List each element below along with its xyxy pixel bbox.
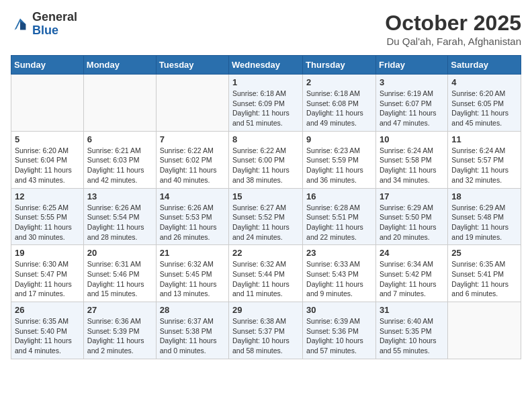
day-info: Sunrise: 6:39 AMSunset: 5:36 PMDaylight:… xyxy=(306,316,372,356)
calendar-cell: 2Sunrise: 6:18 AMSunset: 6:08 PMDaylight… xyxy=(303,75,376,132)
day-number: 12 xyxy=(15,191,80,201)
calendar-cell xyxy=(156,75,228,132)
calendar-cell: 1Sunrise: 6:18 AMSunset: 6:09 PMDaylight… xyxy=(229,75,303,132)
day-number: 1 xyxy=(232,77,299,87)
calendar-cell: 13Sunrise: 6:26 AMSunset: 5:54 PMDayligh… xyxy=(83,188,156,245)
day-info: Sunrise: 6:24 AMSunset: 5:57 PMDaylight:… xyxy=(451,146,517,185)
weekday-header: Tuesday xyxy=(156,56,228,75)
month-title: October 2025 xyxy=(385,11,521,36)
day-info: Sunrise: 6:18 AMSunset: 6:09 PMDaylight:… xyxy=(232,89,299,128)
logo-blue: Blue xyxy=(32,24,77,38)
day-number: 25 xyxy=(451,248,517,258)
day-number: 21 xyxy=(160,248,225,258)
day-number: 15 xyxy=(232,191,299,201)
calendar-cell: 12Sunrise: 6:25 AMSunset: 5:55 PMDayligh… xyxy=(11,188,84,245)
day-info: Sunrise: 6:33 AMSunset: 5:43 PMDaylight:… xyxy=(306,259,372,299)
calendar-cell: 16Sunrise: 6:28 AMSunset: 5:51 PMDayligh… xyxy=(303,188,376,245)
day-number: 2 xyxy=(306,77,372,87)
day-number: 9 xyxy=(306,134,372,144)
day-number: 30 xyxy=(306,305,372,315)
day-number: 13 xyxy=(87,191,152,201)
logo: General Blue xyxy=(11,11,77,38)
day-info: Sunrise: 6:38 AMSunset: 5:37 PMDaylight:… xyxy=(232,316,299,356)
calendar-cell: 26Sunrise: 6:35 AMSunset: 5:40 PMDayligh… xyxy=(11,302,84,359)
day-info: Sunrise: 6:22 AMSunset: 6:02 PMDaylight:… xyxy=(160,146,225,185)
logo-icon xyxy=(11,15,30,34)
day-number: 17 xyxy=(380,191,444,201)
day-number: 20 xyxy=(87,248,152,258)
weekday-header: Thursday xyxy=(303,56,376,75)
calendar-cell: 8Sunrise: 6:22 AMSunset: 6:00 PMDaylight… xyxy=(229,131,303,188)
calendar-cell xyxy=(448,302,521,359)
day-number: 19 xyxy=(15,248,80,258)
day-info: Sunrise: 6:29 AMSunset: 5:48 PMDaylight:… xyxy=(451,203,517,242)
calendar-cell: 18Sunrise: 6:29 AMSunset: 5:48 PMDayligh… xyxy=(448,188,521,245)
day-info: Sunrise: 6:35 AMSunset: 5:40 PMDaylight:… xyxy=(15,316,80,356)
calendar-cell: 21Sunrise: 6:32 AMSunset: 5:45 PMDayligh… xyxy=(156,245,228,302)
day-info: Sunrise: 6:19 AMSunset: 6:07 PMDaylight:… xyxy=(380,89,444,128)
calendar-cell: 9Sunrise: 6:23 AMSunset: 5:59 PMDaylight… xyxy=(303,131,376,188)
day-info: Sunrise: 6:31 AMSunset: 5:46 PMDaylight:… xyxy=(87,259,152,299)
day-info: Sunrise: 6:34 AMSunset: 5:42 PMDaylight:… xyxy=(380,259,444,299)
day-number: 23 xyxy=(306,248,372,258)
day-info: Sunrise: 6:29 AMSunset: 5:50 PMDaylight:… xyxy=(380,203,444,242)
day-number: 4 xyxy=(451,77,517,87)
calendar-cell: 31Sunrise: 6:40 AMSunset: 5:35 PMDayligh… xyxy=(375,302,447,359)
calendar-cell: 10Sunrise: 6:24 AMSunset: 5:58 PMDayligh… xyxy=(375,131,447,188)
day-info: Sunrise: 6:20 AMSunset: 6:04 PMDaylight:… xyxy=(15,146,80,185)
logo-general: General xyxy=(32,11,77,24)
calendar-cell: 24Sunrise: 6:34 AMSunset: 5:42 PMDayligh… xyxy=(375,245,447,302)
day-info: Sunrise: 6:30 AMSunset: 5:47 PMDaylight:… xyxy=(15,259,80,299)
calendar-cell: 3Sunrise: 6:19 AMSunset: 6:07 PMDaylight… xyxy=(375,75,447,132)
calendar-cell: 7Sunrise: 6:22 AMSunset: 6:02 PMDaylight… xyxy=(156,131,228,188)
day-number: 5 xyxy=(15,134,80,144)
weekday-header: Friday xyxy=(375,56,447,75)
day-number: 8 xyxy=(232,134,299,144)
day-info: Sunrise: 6:20 AMSunset: 6:05 PMDaylight:… xyxy=(451,89,517,128)
calendar-cell xyxy=(11,75,84,132)
calendar-cell: 6Sunrise: 6:21 AMSunset: 6:03 PMDaylight… xyxy=(83,131,156,188)
day-number: 7 xyxy=(160,134,225,144)
day-info: Sunrise: 6:28 AMSunset: 5:51 PMDaylight:… xyxy=(306,203,372,242)
day-number: 10 xyxy=(380,134,444,144)
calendar-week-row: 5Sunrise: 6:20 AMSunset: 6:04 PMDaylight… xyxy=(11,131,521,188)
day-number: 16 xyxy=(306,191,372,201)
day-number: 6 xyxy=(87,134,152,144)
calendar-cell xyxy=(83,75,156,132)
day-info: Sunrise: 6:24 AMSunset: 5:58 PMDaylight:… xyxy=(380,146,444,185)
day-number: 31 xyxy=(380,305,444,315)
day-info: Sunrise: 6:37 AMSunset: 5:38 PMDaylight:… xyxy=(160,316,225,356)
day-info: Sunrise: 6:18 AMSunset: 6:08 PMDaylight:… xyxy=(306,89,372,128)
day-info: Sunrise: 6:35 AMSunset: 5:41 PMDaylight:… xyxy=(451,259,517,299)
calendar-cell: 22Sunrise: 6:32 AMSunset: 5:44 PMDayligh… xyxy=(229,245,303,302)
day-info: Sunrise: 6:27 AMSunset: 5:52 PMDaylight:… xyxy=(232,203,299,242)
calendar-week-row: 12Sunrise: 6:25 AMSunset: 5:55 PMDayligh… xyxy=(11,188,521,245)
weekday-header: Wednesday xyxy=(229,56,303,75)
logo-text: General Blue xyxy=(32,11,77,38)
day-info: Sunrise: 6:32 AMSunset: 5:44 PMDaylight:… xyxy=(232,259,299,299)
day-number: 18 xyxy=(451,191,517,201)
weekday-header: Sunday xyxy=(11,56,84,75)
calendar-cell: 27Sunrise: 6:36 AMSunset: 5:39 PMDayligh… xyxy=(83,302,156,359)
calendar-cell: 17Sunrise: 6:29 AMSunset: 5:50 PMDayligh… xyxy=(375,188,447,245)
day-number: 11 xyxy=(451,134,517,144)
calendar-cell: 11Sunrise: 6:24 AMSunset: 5:57 PMDayligh… xyxy=(448,131,521,188)
day-info: Sunrise: 6:32 AMSunset: 5:45 PMDaylight:… xyxy=(160,259,225,299)
day-number: 27 xyxy=(87,305,152,315)
day-info: Sunrise: 6:36 AMSunset: 5:39 PMDaylight:… xyxy=(87,316,152,356)
weekday-header: Saturday xyxy=(448,56,521,75)
day-number: 28 xyxy=(160,305,225,315)
day-info: Sunrise: 6:26 AMSunset: 5:53 PMDaylight:… xyxy=(160,203,225,242)
day-info: Sunrise: 6:40 AMSunset: 5:35 PMDaylight:… xyxy=(380,316,444,356)
calendar-cell: 5Sunrise: 6:20 AMSunset: 6:04 PMDaylight… xyxy=(11,131,84,188)
day-info: Sunrise: 6:25 AMSunset: 5:55 PMDaylight:… xyxy=(15,203,80,242)
weekday-header: Monday xyxy=(83,56,156,75)
calendar-week-row: 1Sunrise: 6:18 AMSunset: 6:09 PMDaylight… xyxy=(11,75,521,132)
calendar-week-row: 19Sunrise: 6:30 AMSunset: 5:47 PMDayligh… xyxy=(11,245,521,302)
calendar-cell: 20Sunrise: 6:31 AMSunset: 5:46 PMDayligh… xyxy=(83,245,156,302)
calendar-cell: 25Sunrise: 6:35 AMSunset: 5:41 PMDayligh… xyxy=(448,245,521,302)
day-number: 3 xyxy=(380,77,444,87)
calendar-cell: 23Sunrise: 6:33 AMSunset: 5:43 PMDayligh… xyxy=(303,245,376,302)
day-number: 24 xyxy=(380,248,444,258)
location: Du Qal'ah, Farah, Afghanistan xyxy=(385,36,521,47)
